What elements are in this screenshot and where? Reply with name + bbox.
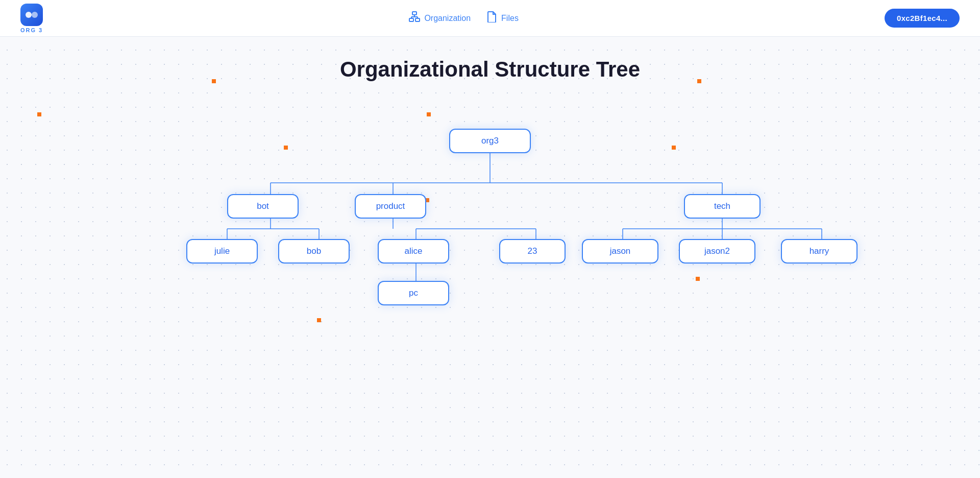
tree-node-product[interactable]: product [355, 194, 426, 219]
main-content: Organizational Structure Tree [0, 37, 980, 478]
app-header: ORG 3 Organization [0, 0, 980, 37]
tree-node-org3[interactable]: org3 [449, 129, 531, 153]
wallet-button[interactable]: 0xc2Bf1ec4... [885, 9, 960, 28]
svg-point-1 [32, 12, 38, 18]
nav-organization-label: Organization [424, 14, 471, 23]
svg-rect-2 [412, 12, 416, 15]
tree-node-bot[interactable]: bot [227, 194, 299, 219]
tree-node-tech[interactable]: tech [684, 194, 761, 219]
logo-area: ORG 3 [20, 4, 43, 33]
tree-node-harry[interactable]: harry [781, 239, 857, 264]
tree-layout: org3 bot product tech julie bob alice [133, 112, 847, 337]
nav-files-label: Files [501, 14, 519, 23]
tree-node-bob[interactable]: bob [278, 239, 350, 264]
main-nav: Organization Files [43, 11, 885, 25]
tree-node-alice[interactable]: alice [378, 239, 449, 264]
logo-text: ORG 3 [20, 27, 43, 33]
tree-node-jason[interactable]: jason [582, 239, 658, 264]
tree-node-pc[interactable]: pc [378, 281, 449, 305]
files-icon [487, 11, 497, 25]
tree-node-julie[interactable]: julie [186, 239, 258, 264]
tree-node-jason2[interactable]: jason2 [679, 239, 755, 264]
org-tree-container: org3 bot product tech julie bob alice [133, 112, 847, 337]
logo-icon [20, 4, 43, 26]
svg-rect-3 [409, 18, 413, 21]
page-title: Organizational Structure Tree [10, 57, 970, 82]
tree-node-23[interactable]: 23 [499, 239, 566, 264]
organization-icon [409, 11, 420, 25]
nav-files[interactable]: Files [487, 11, 519, 25]
svg-rect-4 [415, 18, 420, 21]
svg-point-0 [26, 12, 32, 18]
nav-organization[interactable]: Organization [409, 11, 471, 25]
